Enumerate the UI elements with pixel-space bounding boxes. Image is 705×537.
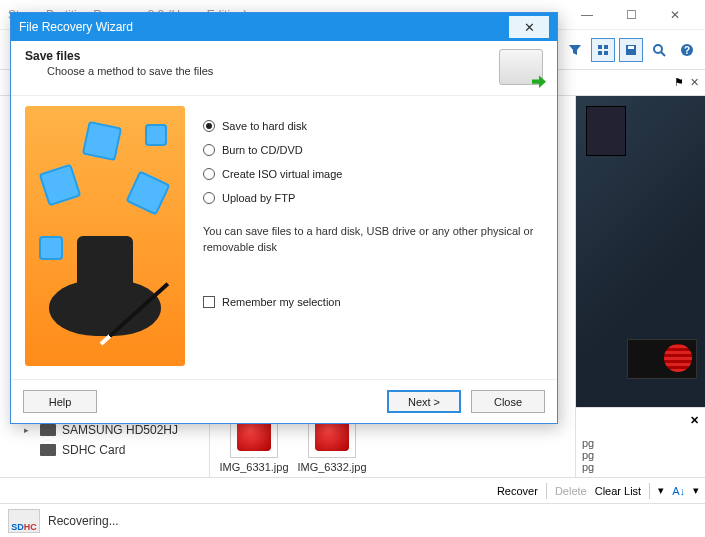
help-button[interactable]: Help — [23, 390, 97, 413]
action-toolbar: Recover Delete Clear List ▾ A↓ ▾ — [0, 477, 705, 503]
filter-icon[interactable] — [563, 38, 587, 62]
search-icon[interactable] — [647, 38, 671, 62]
drive-icon — [40, 424, 56, 436]
dialog-title: File Recovery Wizard — [19, 20, 509, 34]
svg-point-6 — [654, 45, 662, 53]
file-recovery-wizard-dialog: File Recovery Wizard ✕ Save files Choose… — [10, 12, 558, 424]
hard-disk-icon — [499, 49, 543, 85]
tab-pin-icon[interactable]: ⚑ — [674, 76, 684, 89]
window-controls: — ☐ ✕ — [565, 1, 697, 29]
preview-image — [576, 96, 705, 407]
option-hint: You can save files to a hard disk, USB d… — [203, 224, 543, 256]
close-window-button[interactable]: ✕ — [653, 1, 697, 29]
dialog-header: Save files Choose a method to save the f… — [11, 41, 557, 96]
drive-icon — [40, 444, 56, 456]
svg-rect-2 — [598, 51, 602, 55]
dialog-footer: Help Next > Close — [11, 379, 557, 423]
minimize-button[interactable]: — — [565, 1, 609, 29]
recover-button[interactable]: Recover — [497, 485, 538, 497]
svg-rect-3 — [604, 51, 608, 55]
radio-icon — [203, 168, 215, 180]
option-upload-ftp[interactable]: Upload by FTP — [203, 186, 543, 210]
radio-icon — [203, 144, 215, 156]
menu-chevron-icon[interactable]: ▾ — [658, 484, 664, 497]
tab-close-icon[interactable]: ✕ — [690, 76, 699, 89]
clearlist-button[interactable]: Clear List — [595, 485, 641, 497]
svg-rect-1 — [604, 45, 608, 49]
remember-selection-checkbox[interactable]: Remember my selection — [203, 296, 543, 308]
help-icon[interactable]: ? — [675, 38, 699, 62]
tree-item-sdhc[interactable]: SDHC Card — [0, 440, 209, 460]
checkbox-icon — [203, 296, 215, 308]
status-bar: SDHC Recovering... — [0, 503, 705, 537]
svg-rect-5 — [628, 46, 634, 49]
option-create-iso[interactable]: Create ISO virtual image — [203, 162, 543, 186]
radio-icon — [203, 192, 215, 204]
next-button[interactable]: Next > — [387, 390, 461, 413]
dialog-titlebar[interactable]: File Recovery Wizard ✕ — [11, 13, 557, 41]
preview-panel: ✕ pgpgpg — [575, 96, 705, 477]
save-icon[interactable] — [619, 38, 643, 62]
sort-az-icon[interactable]: A↓ — [672, 485, 685, 497]
preview-close-icon[interactable]: ✕ — [690, 414, 699, 427]
maximize-button[interactable]: ☐ — [609, 1, 653, 29]
svg-line-7 — [661, 52, 665, 56]
menu2-chevron-icon[interactable]: ▾ — [693, 484, 699, 497]
dialog-subtitle: Choose a method to save the files — [25, 65, 499, 77]
radio-icon — [203, 120, 215, 132]
dialog-close-button[interactable]: ✕ — [509, 16, 549, 38]
wizard-illustration — [25, 106, 185, 366]
option-save-hard-disk[interactable]: Save to hard disk — [203, 114, 543, 138]
thumbnail-view-icon[interactable] — [591, 38, 615, 62]
svg-text:?: ? — [684, 45, 690, 56]
svg-rect-0 — [598, 45, 602, 49]
save-method-options: Save to hard disk Burn to CD/DVD Create … — [203, 106, 543, 369]
sd-card-icon: SDHC — [8, 509, 40, 533]
status-text: Recovering... — [48, 514, 119, 528]
preview-file-list: pgpgpg — [576, 433, 705, 477]
option-burn-cd-dvd[interactable]: Burn to CD/DVD — [203, 138, 543, 162]
dialog-heading: Save files — [25, 49, 499, 63]
close-button[interactable]: Close — [471, 390, 545, 413]
delete-button[interactable]: Delete — [555, 485, 587, 497]
